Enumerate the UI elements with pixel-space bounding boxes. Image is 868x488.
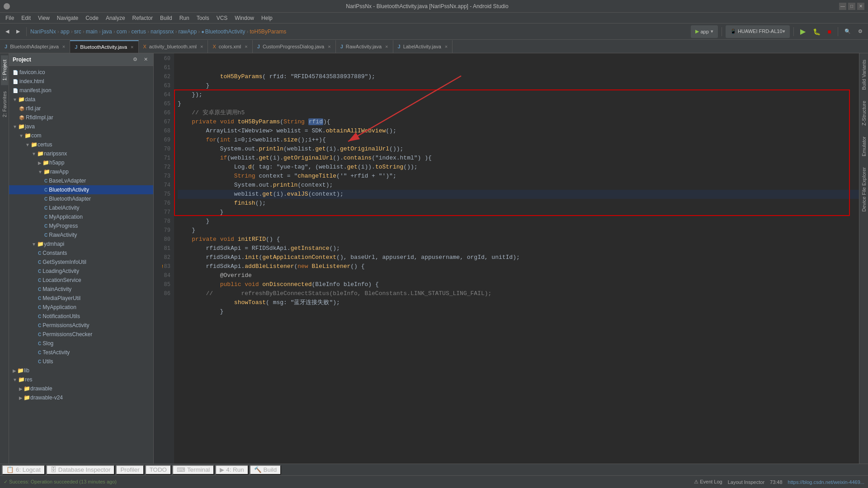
breadcrumb-bluetooth[interactable]: ●BluetoothActivity: [201, 28, 245, 35]
tab-favorites[interactable]: 2: Favorites: [1, 87, 8, 122]
tree-item-lib[interactable]: ▶📁lib: [9, 366, 153, 375]
code-line-68[interactable]: System.out.println(weblist.get(i).getOri…: [178, 145, 859, 154]
tree-item-java[interactable]: ▼📁java: [9, 122, 153, 131]
tab-project[interactable]: 1: Project: [1, 55, 8, 85]
tree-item-rawactivity[interactable]: CRawActivity: [9, 230, 153, 239]
minimize-button[interactable]: —: [839, 3, 846, 10]
tree-item-myapplication[interactable]: CMyApplication: [9, 212, 153, 221]
code-line-73[interactable]: weblist.get(i).evalJS(context);: [178, 190, 859, 199]
tree-item-manifest-json[interactable]: 📄manifest.json: [9, 86, 153, 95]
breadcrumb-main[interactable]: main: [86, 28, 98, 35]
code-line-85[interactable]: showToast( msg: "蓝牙连接失败");: [178, 298, 859, 307]
code-line-65[interactable]: private void toH5ByParams(String rfid){: [178, 117, 859, 127]
tab-bluetooth-activity[interactable]: J BluetoothActivity.java ×: [70, 40, 138, 53]
code-line-70[interactable]: Log.d( tag: "yue-tag", (weblist.get(i)).…: [178, 163, 859, 172]
code-line-67[interactable]: for(int i=0;i<weblist.size();i++){: [178, 136, 859, 145]
menu-refactor[interactable]: Refactor: [129, 13, 156, 23]
tree-item-constants[interactable]: CConstants: [9, 249, 153, 258]
tree-item-permissionsactivity[interactable]: CPermissionsActivity: [9, 321, 153, 330]
tree-item-bluetoothadapter[interactable]: CBluetoothAdapter: [9, 194, 153, 203]
code-line-71[interactable]: String context = "changeTitle('" +rfid +…: [178, 172, 859, 181]
code-line-60[interactable]: toH5ByParams( rfid: "RFID457843583893788…: [178, 72, 859, 81]
tree-item-utils[interactable]: CUtils: [9, 357, 153, 366]
code-line-83[interactable]: public void onDisconnected(BleInfo bleIn…: [178, 280, 859, 289]
tab-close-button[interactable]: ×: [445, 44, 448, 49]
tree-item-h5app[interactable]: ▶📁h5app: [9, 158, 153, 167]
code-line-86[interactable]: }: [178, 307, 859, 316]
tree-item-drawable-v24[interactable]: ▶📁drawable-v24: [9, 393, 153, 402]
code-line-72[interactable]: System.out.println(context);: [178, 181, 859, 190]
code-line-76[interactable]: }: [178, 217, 859, 226]
tab-build-variants[interactable]: Build Variants: [860, 55, 868, 94]
tab-label-activity[interactable]: J LabelActivity.java ×: [393, 40, 453, 53]
code-line-66[interactable]: ArrayList<IWebview> weblist = SDK.obtain…: [178, 127, 859, 136]
toolbar-forward-button[interactable]: ▶: [14, 25, 23, 38]
tree-item-favicon-ico[interactable]: 📄favicon.ico: [9, 68, 153, 77]
status-layout-inspector[interactable]: Layout Inspector: [728, 479, 764, 485]
breadcrumb-method[interactable]: toH5ByParams: [250, 28, 287, 35]
maximize-button[interactable]: □: [848, 3, 855, 10]
menu-code[interactable]: Code: [82, 13, 102, 23]
code-line-74[interactable]: finish();: [178, 199, 859, 208]
bottom-tab-run[interactable]: ▶ 4: Run: [215, 465, 248, 475]
tab-close-button[interactable]: ×: [200, 44, 203, 49]
code-line-64[interactable]: // 安卓原生调用h5: [178, 108, 859, 117]
bottom-tab-terminal[interactable]: ⌨ Terminal: [172, 465, 214, 475]
tree-item-slog[interactable]: CSlog: [9, 339, 153, 348]
tab-close-button[interactable]: ×: [385, 44, 388, 49]
tab-emulator[interactable]: Emulator: [860, 132, 868, 161]
code-line-77[interactable]: }: [178, 226, 859, 235]
tab-bluetooth-adapter[interactable]: J BluetoothAdapter.java ×: [0, 40, 70, 53]
tab-raw-activity[interactable]: J RawActivity.java ×: [336, 40, 393, 53]
code-line-82[interactable]: @Override: [178, 271, 859, 280]
tree-item-res[interactable]: ▼📁res: [9, 375, 153, 384]
breadcrumb-com[interactable]: com: [117, 28, 127, 35]
menu-help[interactable]: Help: [258, 13, 276, 23]
breadcrumb-certus[interactable]: certus: [131, 28, 146, 35]
menu-analyze[interactable]: Analyze: [102, 13, 129, 23]
code-line-69[interactable]: if(weblist.get(i).getOriginalUrl().conta…: [178, 154, 859, 163]
menu-window[interactable]: Window: [231, 13, 258, 23]
menu-build[interactable]: Build: [156, 13, 176, 23]
status-event-log[interactable]: ⚠ Event Log: [694, 479, 722, 485]
tree-item-com[interactable]: ▼📁com: [9, 131, 153, 140]
tree-item-myprogress[interactable]: CMyProgress: [9, 221, 153, 230]
tree-item-locationservice[interactable]: CLocationService: [9, 276, 153, 285]
tree-item-testactivity[interactable]: CTestActivity: [9, 348, 153, 357]
code-line-75[interactable]: }: [178, 208, 859, 217]
bottom-tab-build[interactable]: 🔨 Build: [250, 465, 282, 475]
tree-item-getsysteminfoutil[interactable]: CGetSystemInfoUtil: [9, 258, 153, 267]
tab-z-structure[interactable]: Z-Structure: [860, 96, 868, 130]
tab-custom-progress[interactable]: J CustomProgressDialog.java ×: [253, 40, 336, 53]
bottom-tab-db-inspector[interactable]: 🗄 Database Inspector: [46, 465, 115, 475]
toolbar-back-button[interactable]: ◀: [3, 25, 12, 38]
run-button[interactable]: ▶: [797, 25, 808, 38]
code-line-80[interactable]: rfidSdkApi.init(getApplicationContext(),…: [178, 253, 859, 262]
tree-item-mediaplayerutil[interactable]: CMediaPlayerUtil: [9, 294, 153, 303]
debug-button[interactable]: 🐛: [810, 25, 823, 38]
device-dropdown[interactable]: 📱 HUAWEI FRD-AL10 ▾: [726, 25, 790, 38]
tree-item-permissionschecker[interactable]: CPermissionsChecker: [9, 330, 153, 339]
menu-vcs[interactable]: VCS: [213, 13, 231, 23]
breadcrumb-app[interactable]: app: [61, 28, 70, 35]
code-content[interactable]: toH5ByParams( rfid: "RFID457843583893788…: [174, 53, 859, 464]
tree-item-naripssnx[interactable]: ▼📁naripssnx: [9, 149, 153, 158]
menu-edit[interactable]: Edit: [18, 13, 34, 23]
code-line-79[interactable]: rfidSdkApi = RFIDSdkApi.getInstance();: [178, 244, 859, 253]
panel-close-button[interactable]: ✕: [142, 56, 150, 64]
menu-view[interactable]: View: [34, 13, 53, 23]
settings-button[interactable]: ⚙: [855, 25, 865, 38]
breadcrumb-rawapp[interactable]: rawApp: [178, 28, 197, 35]
breadcrumb-src[interactable]: src: [74, 28, 81, 35]
code-line-81[interactable]: rfidSdkApi.addBleListener(new BleListene…: [178, 262, 859, 271]
panel-settings-button[interactable]: ⚙: [131, 56, 139, 64]
tree-item-rfid-jar[interactable]: 📦rfid.jar: [9, 104, 153, 113]
code-line-61[interactable]: }: [178, 81, 859, 90]
menu-tools[interactable]: Tools: [193, 13, 213, 23]
code-line-62[interactable]: });: [178, 90, 859, 99]
menu-file[interactable]: File: [2, 13, 18, 23]
run-config-dropdown[interactable]: ▶ app ▾: [691, 25, 718, 38]
code-line-78[interactable]: private void initRFID() {: [178, 235, 859, 244]
status-url[interactable]: https://blog.csdn.net/weixin-4469...: [788, 479, 864, 485]
tree-item-drawable[interactable]: ▶📁drawable: [9, 384, 153, 393]
